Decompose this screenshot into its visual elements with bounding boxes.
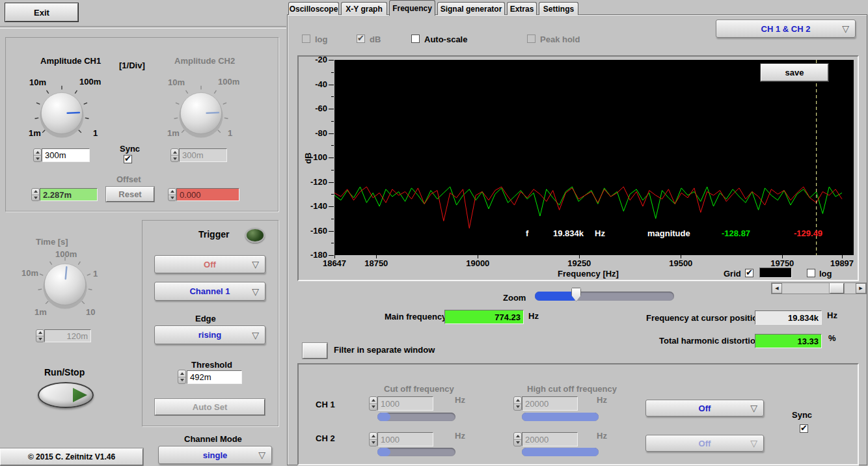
spectrum-plot-area[interactable]: f 19.834k Hz magnitude -128.87 -129.49 s… xyxy=(334,60,854,255)
time-knob xyxy=(34,253,96,316)
cursor-readout-ch2-value: -129.49 xyxy=(794,228,822,238)
zoom-slider-track[interactable] xyxy=(535,292,674,301)
chevron-down-icon: ▽ xyxy=(750,404,757,413)
db-checkbox-label: dB xyxy=(370,34,381,44)
ch2-cutoff-value: 1000 xyxy=(377,432,433,446)
threshold-value[interactable]: 492m xyxy=(187,370,242,384)
cursor-frequency-label: Frequency at cursor position xyxy=(646,313,763,323)
tab-signal-generator[interactable]: Signal generator xyxy=(437,2,505,15)
knob-tick-label: 10m xyxy=(168,77,185,87)
amplitude-ch2-value: 300m xyxy=(179,148,227,162)
offset-label: Offset xyxy=(116,174,141,184)
filter-separate-window-button[interactable] xyxy=(303,343,327,359)
filter-separate-window-label: Filter in separate window xyxy=(334,345,435,355)
trigger-edge-dropdown[interactable]: rising▽ xyxy=(154,325,265,344)
offset-ch2-spinner xyxy=(168,188,176,201)
amp-sync-checkbox[interactable] xyxy=(124,155,132,163)
trigger-mode-value: Off xyxy=(204,260,216,269)
x-log-checkbox-label: log xyxy=(819,269,832,279)
y-axis-tick-label: -20 xyxy=(299,55,327,64)
y-axis-minor-tick xyxy=(331,72,334,73)
ch1-filter-mode-value: Off xyxy=(699,404,711,413)
ch1-high-cutoff-value: 20000 xyxy=(522,396,578,411)
y-axis-minor-tick xyxy=(331,121,334,122)
trigger-led-indicator xyxy=(245,228,265,243)
auto-scale-checkbox[interactable] xyxy=(411,34,420,43)
knob-tick-label: 1m xyxy=(167,128,180,138)
filter-ch1-label: CH 1 xyxy=(316,400,335,409)
offset-ch1-spinner[interactable] xyxy=(31,188,40,201)
filter-panel: Cut off frequency High cut off frequency… xyxy=(297,363,859,465)
x-axis-tick-label: 19750 xyxy=(770,258,794,268)
tab-frequency[interactable]: Frequency xyxy=(389,0,435,16)
run-stop-button[interactable] xyxy=(38,382,94,408)
y-axis-tick xyxy=(329,60,334,61)
tab-extras[interactable]: Extras xyxy=(507,2,537,15)
trigger-mode-dropdown: Off▽ xyxy=(154,255,265,273)
threshold-spinner[interactable] xyxy=(178,370,186,384)
x-axis-tick-label: 19897 xyxy=(830,258,854,268)
grid-checkbox-label: Grid xyxy=(724,269,741,279)
ch1-cutoff-value: 1000 xyxy=(377,396,433,411)
copyright-button[interactable]: © 2015 C. Zeitnitz V1.46 xyxy=(0,448,143,465)
scroll-left-arrow-icon[interactable]: ◀ xyxy=(772,283,782,294)
db-checkbox xyxy=(357,34,365,43)
ch2-filter-mode-dropdown: Off▽ xyxy=(645,435,764,452)
y-axis-tick-label: -40 xyxy=(299,79,327,89)
x-axis-tick-label: 19000 xyxy=(466,258,489,268)
y-axis-tick-label: -140 xyxy=(299,201,327,211)
filter-sync-checkbox[interactable] xyxy=(800,424,808,433)
amplitude-ch1-title: Amplitude CH1 xyxy=(40,56,101,66)
x-axis-tick-label: 18647 xyxy=(323,258,346,268)
y-axis-minor-tick xyxy=(331,219,334,219)
ch2-cutoff-slider xyxy=(377,448,455,456)
tab-settings[interactable]: Settings xyxy=(539,2,578,15)
cursor-readout-f-label: f xyxy=(526,228,528,238)
chevron-down-icon: ▽ xyxy=(842,24,849,33)
y-axis-minor-tick xyxy=(331,145,334,146)
y-axis-tick-label: -160 xyxy=(299,226,327,236)
save-button[interactable]: save xyxy=(761,64,828,81)
time-spinner xyxy=(36,329,44,342)
spectrum-chart-frame: f 19.834k Hz magnitude -128.87 -129.49 s… xyxy=(297,55,859,281)
peak-hold-label: Peak hold xyxy=(540,34,580,44)
chart-scrollbar[interactable]: ◀ ▶ xyxy=(771,282,867,294)
y-axis-tick-label: -120 xyxy=(299,177,327,187)
amplitude-ch1-spinner[interactable] xyxy=(33,148,42,162)
amplitude-ch2-spinner xyxy=(170,148,179,162)
cursor-readout-f-unit: Hz xyxy=(595,228,605,238)
ch1-filter-mode-dropdown[interactable]: Off▽ xyxy=(645,400,764,417)
main-frequency-label: Main frequency xyxy=(385,312,446,322)
main-frequency-value: 774.23 xyxy=(444,310,524,324)
offset-reset-button: Reset xyxy=(106,187,154,202)
ch2-high-cutoff-slider xyxy=(522,448,599,456)
x-axis-tick-label: 19250 xyxy=(567,258,591,268)
trigger-channel-dropdown[interactable]: Channel 1▽ xyxy=(154,282,265,301)
display-channel-dropdown[interactable]: CH 1 & CH 2▽ xyxy=(716,20,856,38)
amplitude-ch1-value[interactable]: 300m xyxy=(42,148,90,162)
exit-button[interactable]: Exit xyxy=(5,3,78,21)
cursor-frequency-value: 19.834k xyxy=(755,310,822,325)
tab-xy-graph[interactable]: X-Y graph xyxy=(341,2,387,15)
thd-unit: % xyxy=(828,333,836,343)
threshold-label: Threshold xyxy=(191,360,232,370)
x-axis-title: Frequency [Hz] xyxy=(549,269,627,279)
tab-oscilloscope[interactable]: Oscilloscope xyxy=(288,2,339,15)
y-axis-tick xyxy=(329,85,334,85)
cursor-readout-ch1-value: -128.87 xyxy=(722,228,750,238)
x-log-checkbox[interactable] xyxy=(807,269,815,277)
scroll-right-arrow-icon[interactable]: ▶ xyxy=(856,283,866,294)
ch1-cutoff-slider xyxy=(377,413,455,421)
ch2-filter-mode-value: Off xyxy=(699,439,711,448)
x-axis-tick-label: 19500 xyxy=(669,258,692,268)
amp-sync-label: Sync xyxy=(120,144,140,154)
grid-checkbox[interactable] xyxy=(745,269,753,277)
scrollbar-thumb[interactable] xyxy=(830,283,844,294)
chevron-down-icon: ▽ xyxy=(252,330,259,339)
channel-mode-dropdown[interactable]: single▽ xyxy=(158,446,272,464)
main-frequency-unit: Hz xyxy=(528,311,539,321)
knob-tick-label: 1m xyxy=(29,128,41,138)
offset-ch2-value: 0.000 xyxy=(176,188,239,201)
offset-ch1-value[interactable]: 2.287m xyxy=(40,188,98,201)
grid-color-swatch[interactable] xyxy=(759,267,792,278)
